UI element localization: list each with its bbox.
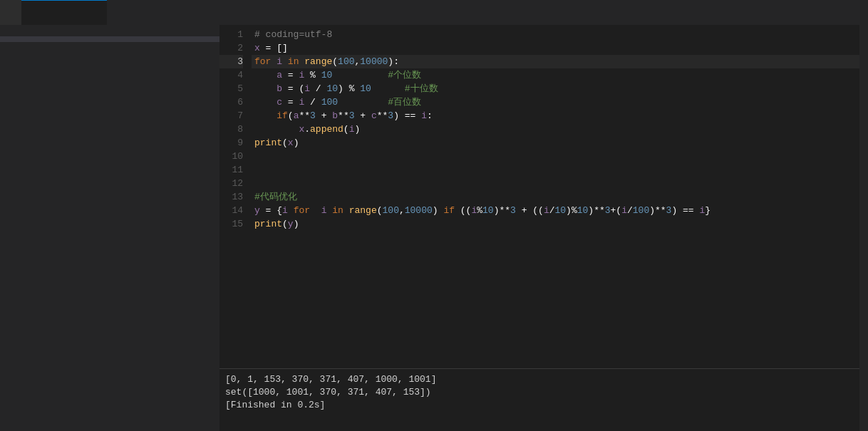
file-tab[interactable] [21, 0, 107, 25]
line-number-3: 3 [219, 55, 243, 68]
line-number-4: 4 [219, 68, 243, 82]
sidebar-header [0, 25, 219, 36]
line-number-14: 14 [219, 204, 243, 217]
main-area: 123456789101112131415 # coding=utf-8x = … [0, 25, 868, 431]
line-number-5: 5 [219, 82, 243, 95]
sidebar [0, 25, 219, 431]
line-number-8: 8 [219, 123, 243, 136]
terminal-line: [Finished in 0.2s] [225, 399, 854, 412]
code-line-1: # coding=utf-8 [252, 28, 859, 41]
sidebar-file-item[interactable] [0, 36, 219, 42]
code-line-5: b = (i / 10) % 10 #十位数 [252, 82, 859, 95]
minimap [859, 25, 868, 431]
line-number-7: 7 [219, 109, 243, 123]
code-container: 123456789101112131415 # coding=utf-8x = … [219, 25, 859, 368]
code-line-15: print(y) [252, 217, 859, 231]
nav-forward[interactable] [11, 11, 17, 14]
code-line-4: a = i % 10 #个位数 [252, 68, 859, 82]
line-number-9: 9 [219, 136, 243, 150]
line-number-6: 6 [219, 95, 243, 109]
code-line-2: x = [] [252, 41, 859, 55]
line-numbers: 123456789101112131415 [219, 28, 252, 368]
terminal-line: set([1000, 1001, 370, 371, 407, 153]) [225, 386, 854, 399]
line-number-12: 12 [219, 177, 243, 190]
code-line-8: x.append(i) [252, 123, 859, 136]
terminal: [0, 1, 153, 370, 371, 407, 1000, 1001]se… [219, 368, 859, 431]
code-line-12 [252, 177, 859, 190]
line-number-11: 11 [219, 163, 243, 177]
line-number-15: 15 [219, 217, 243, 231]
editor-area: 123456789101112131415 # coding=utf-8x = … [219, 25, 859, 431]
top-bar [0, 0, 868, 25]
code-line-9: print(x) [252, 136, 859, 150]
code-line-6: c = i / 100 #百位数 [252, 95, 859, 109]
code-line-13: #代码优化 [252, 190, 859, 204]
line-number-2: 2 [219, 41, 243, 55]
line-number-13: 13 [219, 190, 243, 204]
code-lines: # coding=utf-8x = []for i in range(100,1… [252, 28, 859, 368]
nav-arrows [0, 0, 21, 25]
nav-back[interactable] [4, 11, 10, 14]
code-line-7: if(a**3 + b**3 + c**3) == i: [252, 109, 859, 123]
code-line-14: y = {i for i in range(100,10000) if ((i%… [252, 204, 859, 217]
line-number-10: 10 [219, 150, 243, 163]
code-line-11 [252, 163, 859, 177]
line-number-1: 1 [219, 28, 243, 41]
terminal-line: [0, 1, 153, 370, 371, 407, 1000, 1001] [225, 373, 854, 386]
code-line-10 [252, 150, 859, 163]
code-line-3: for i in range(100,10000): [252, 55, 859, 68]
